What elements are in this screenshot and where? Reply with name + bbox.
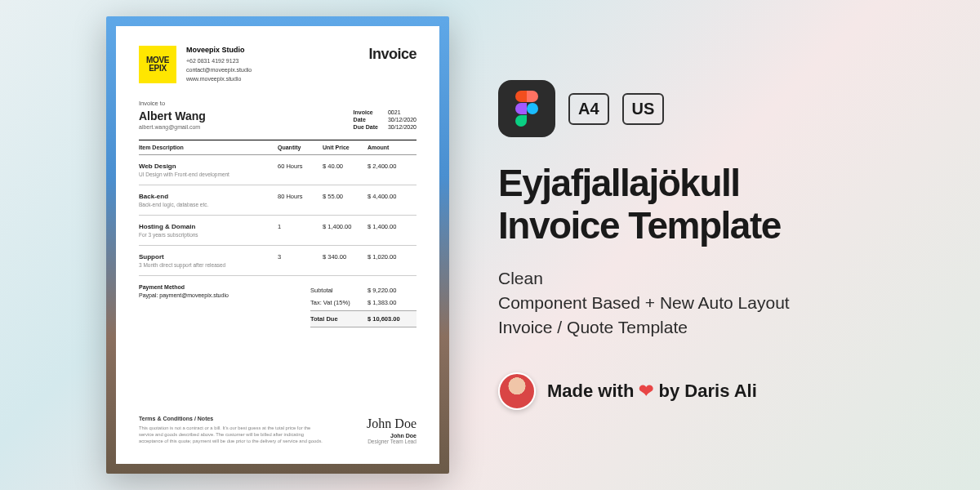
sub-line-3: Invoice / Quote Template <box>498 318 688 336</box>
table-row: Web DesignUI Design with Front-end devel… <box>139 155 416 185</box>
promo-subtitle: Clean Component Based + New Auto Layout … <box>498 266 939 340</box>
col-qty: Quantity <box>278 145 323 150</box>
invoice-preview: MOVE EPIX Moveepix Studio +62 0831 4192 … <box>106 16 449 474</box>
table-row: Support3 Month direct support after rele… <box>139 246 416 276</box>
svg-point-0 <box>527 103 538 114</box>
item-name: Hosting & Domain <box>139 223 278 230</box>
subtotal-label: Subtotal <box>310 287 368 294</box>
signer-role: Designer Team Lead <box>367 439 416 444</box>
terms-body: This quotation is not a contract or a bi… <box>139 425 327 444</box>
terms: Terms & Conditions / Notes This quotatio… <box>139 416 327 444</box>
doc-header: MOVE EPIX Moveepix Studio +62 0831 4192 … <box>139 46 416 83</box>
author-avatar <box>498 372 536 410</box>
item-qty: 60 Hours <box>278 163 323 177</box>
bill-email: albert.wang@gmail.com <box>139 124 206 130</box>
table-header: Item Description Quantity Unit Price Amo… <box>139 140 416 155</box>
payment-section: Payment Method Paypal: payment@moveepix.… <box>139 284 416 327</box>
promo-panel: A4 US Eyjafjallajökull Invoice Template … <box>498 80 939 410</box>
company-logo: MOVE EPIX <box>139 46 176 83</box>
items-table: Item Description Quantity Unit Price Amo… <box>139 140 416 276</box>
title-line-1: Eyjafjallajökull <box>498 162 740 204</box>
badge-us: US <box>622 93 665 125</box>
company-email: contact@moveepix.studio <box>186 65 252 74</box>
signer-name: John Doe <box>367 433 416 439</box>
item-price: $ 40.00 <box>323 163 368 177</box>
meta-key: Invoice <box>354 109 378 115</box>
company-web: www.moveepix.studio <box>186 74 252 83</box>
total-value: $ 10,603.00 <box>368 315 416 323</box>
meta-val: 0021 <box>388 109 416 115</box>
signature-script: John Doe <box>367 416 416 431</box>
item-amount: $ 4,400.00 <box>368 193 416 207</box>
item-name: Back-end <box>139 193 278 200</box>
item-qty: 1 <box>278 223 323 238</box>
item-amount: $ 2,400.00 <box>368 163 416 177</box>
meta-val: 30/12/2020 <box>388 124 416 130</box>
payment-label: Payment Method <box>139 284 229 290</box>
promo-title: Eyjafjallajökull Invoice Template <box>498 162 939 247</box>
total-label: Total Due <box>310 315 368 323</box>
terms-heading: Terms & Conditions / Notes <box>139 416 327 422</box>
top-icons: A4 US <box>498 80 939 137</box>
invoice-meta: Invoice0021 Date30/12/2020 Due Date30/12… <box>354 109 416 130</box>
figma-icon <box>498 80 555 137</box>
meta-val: 30/12/2020 <box>388 117 416 122</box>
item-name: Web Design <box>139 163 278 170</box>
item-amount: $ 1,020.00 <box>368 253 416 268</box>
author-text: Made with ❤ by Daris Ali <box>547 381 757 402</box>
tax-label: Tax: Vat (15%) <box>310 299 368 306</box>
meta-key: Due Date <box>354 124 378 130</box>
item-price: $ 1,400.00 <box>323 223 368 238</box>
item-qty: 80 Hours <box>278 193 323 207</box>
payment-method: Payment Method Paypal: payment@moveepix.… <box>139 284 229 327</box>
tax-value: $ 1,383.00 <box>368 299 416 306</box>
item-desc: 3 Month direct support after released <box>139 262 278 268</box>
document-title: Invoice <box>368 46 416 63</box>
logo-line-2: EPIX <box>149 65 167 73</box>
badge-a4: A4 <box>568 93 609 125</box>
company-info: Moveepix Studio +62 0831 4192 9123 conta… <box>186 46 252 83</box>
title-line-2: Invoice Template <box>498 204 781 247</box>
col-price: Unit Price <box>323 145 368 150</box>
meta-key: Date <box>354 117 378 122</box>
signature-block: John Doe John Doe Designer Team Lead <box>367 416 416 444</box>
payment-value: Paypal: payment@moveepix.studio <box>139 292 229 298</box>
item-name: Support <box>139 253 278 261</box>
meta-row: Invoice to Albert Wang albert.wang@gmail… <box>139 100 416 130</box>
invoice-document: MOVE EPIX Moveepix Studio +62 0831 4192 … <box>116 26 439 464</box>
item-desc: For 3 years subscriptions <box>139 232 278 238</box>
subtotal-value: $ 9,220.00 <box>368 287 416 294</box>
bill-label: Invoice to <box>139 100 206 107</box>
heart-icon: ❤ <box>639 381 653 401</box>
sub-line-1: Clean <box>498 269 543 287</box>
col-amount: Amount <box>368 145 416 150</box>
item-price: $ 340.00 <box>323 253 368 268</box>
col-desc: Item Description <box>139 145 278 150</box>
item-desc: UI Design with Front-end development <box>139 172 278 177</box>
item-price: $ 55.00 <box>323 193 368 207</box>
preview-frame: MOVE EPIX Moveepix Studio +62 0831 4192 … <box>106 16 449 474</box>
table-row: Back-endBack-end logic, database etc. 80… <box>139 185 416 216</box>
doc-footer: Terms & Conditions / Notes This quotatio… <box>139 416 416 444</box>
author-prefix: Made with <box>547 381 639 401</box>
author-suffix: by Daris Ali <box>653 381 756 401</box>
company-phone: +62 0831 4192 9123 <box>186 56 252 65</box>
bill-to: Invoice to Albert Wang albert.wang@gmail… <box>139 100 206 130</box>
item-desc: Back-end logic, database etc. <box>139 202 278 207</box>
item-amount: $ 1,400.00 <box>368 223 416 238</box>
totals: Subtotal$ 9,220.00 Tax: Vat (15%)$ 1,383… <box>310 284 416 327</box>
table-row: Hosting & DomainFor 3 years subscription… <box>139 216 416 246</box>
sub-line-2: Component Based + New Auto Layout <box>498 293 790 312</box>
item-qty: 3 <box>278 253 323 268</box>
author-row: Made with ❤ by Daris Ali <box>498 372 939 410</box>
company-name: Moveepix Studio <box>186 46 252 55</box>
logo-block: MOVE EPIX Moveepix Studio +62 0831 4192 … <box>139 46 252 83</box>
bill-name: Albert Wang <box>139 109 206 122</box>
